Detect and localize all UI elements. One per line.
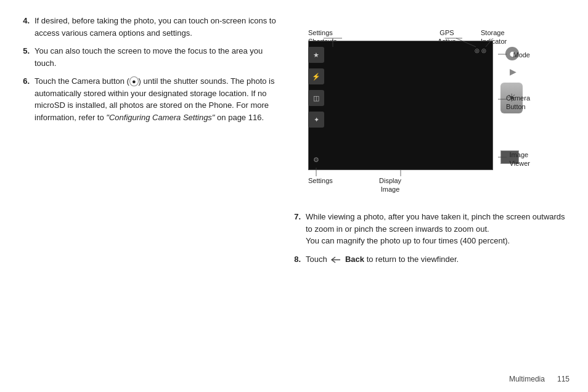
step-6-num: 6. xyxy=(18,75,30,123)
step-8: 8. Touch Back to return to the viewfinde… xyxy=(290,253,570,266)
cam-video-icon: ▶ xyxy=(510,67,517,76)
step-4: 4. If desired, before taking the photo, … xyxy=(18,15,277,39)
step-8-text: Touch Back to return to the viewfinder. xyxy=(306,253,570,266)
step-7-num: 7. xyxy=(290,211,301,247)
step-4-num: 4. xyxy=(18,15,30,39)
cam-icon-card: ◫ xyxy=(308,90,324,106)
step-6-italic: "Configuring Camera Settings" xyxy=(106,113,214,122)
label-settings-bottom: Settings xyxy=(308,176,333,185)
step-4-text: If desired, before taking the photo, you… xyxy=(35,15,277,39)
step-7-text: While viewing a photo, after you have ta… xyxy=(306,211,570,247)
step-8-num: 8. xyxy=(290,253,301,266)
steps-bottom: 7. While viewing a photo, after you have… xyxy=(290,211,570,271)
footer-label: Multimedia xyxy=(509,375,545,383)
step-6-text: Touch the Camera button (●) until the sh… xyxy=(35,75,277,123)
back-label: Back xyxy=(345,255,364,264)
page-footer: Multimedia 115 xyxy=(509,375,570,383)
label-mode: Mode xyxy=(513,51,530,59)
step-7: 7. While viewing a photo, after you have… xyxy=(290,211,570,247)
footer-page: 115 xyxy=(557,375,570,383)
back-arrow-icon xyxy=(330,256,341,264)
cam-icon-flash: ⚡ xyxy=(308,68,324,84)
gps-indicator: ◎◎ xyxy=(475,47,486,54)
cam-icon-star: ★ xyxy=(308,47,324,63)
cam-icon-settings: ⚙ xyxy=(308,152,324,168)
label-image-viewer: ImageViewer xyxy=(510,150,530,168)
label-camera-button: CameraButton xyxy=(506,94,530,112)
step-5-num: 5. xyxy=(18,45,30,69)
left-column: 4. If desired, before taking the photo, … xyxy=(18,15,277,380)
right-column: SettingsShortcuts GPSActive StorageIndic… xyxy=(290,15,570,380)
cam-icon-filter: ✦ xyxy=(308,112,324,128)
step-5-text: You can also touch the screen to move th… xyxy=(35,45,277,69)
camera-diagram: SettingsShortcuts GPSActive StorageIndic… xyxy=(290,15,530,206)
camera-screen: ◎◎ xyxy=(308,41,493,170)
step-5: 5. You can also touch the screen to move… xyxy=(18,45,277,69)
label-display-image: DisplayImage xyxy=(379,176,401,194)
step-6: 6. Touch the Camera button (●) until the… xyxy=(18,75,277,123)
